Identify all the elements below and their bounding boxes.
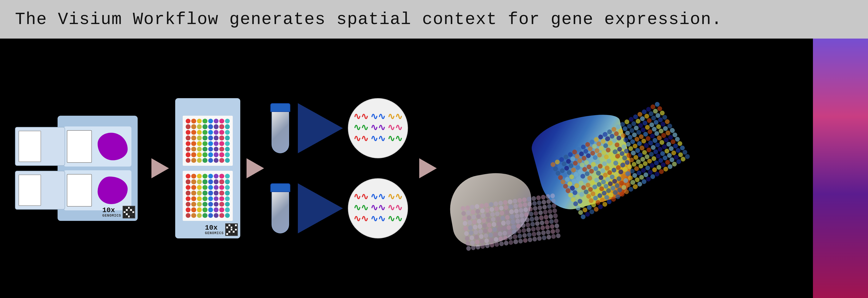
wave-blue2-2: ∿∿ (370, 215, 385, 224)
array-spot (208, 174, 213, 179)
tube-body-2 (272, 192, 289, 233)
array-spot (214, 147, 218, 151)
pink-grid-dot (547, 209, 553, 214)
pink-grid-dot (521, 223, 526, 228)
array-spot (208, 147, 213, 151)
pink-grid-dot (467, 220, 472, 226)
pink-grid-dot (476, 219, 482, 224)
pink-grid-dot (472, 225, 478, 230)
array-spot (225, 179, 230, 184)
array-spot (219, 213, 224, 218)
array-spot (214, 152, 218, 157)
pink-grid-dot (537, 200, 542, 205)
array-spot (191, 158, 196, 163)
pink-grid-dot (500, 210, 505, 216)
pink-grid-dot (549, 219, 554, 224)
array-spot (225, 147, 230, 151)
gene-waves-1: ∿∿ ∿∿ ∿∿ ∿∿ ∿∿ ∿∿ (353, 113, 402, 144)
array-spot (191, 202, 196, 207)
pink-grid-dot (524, 212, 529, 217)
pink-grid-dot (475, 244, 480, 250)
pink-grid-dot (535, 226, 540, 231)
pink-grid-dot (540, 195, 546, 200)
pink-grid-dot (522, 202, 528, 207)
pink-grid-dot (480, 244, 485, 249)
wave-line-1-2: ∿∿ ∿∿ ∿∿ (353, 124, 402, 133)
pink-grid-dot (526, 227, 531, 232)
array-spot (225, 196, 230, 201)
pink-grid-dot (464, 231, 469, 236)
pink-grid-dot (466, 246, 471, 251)
pink-grid-dot (556, 233, 561, 238)
pink-grid-dot (473, 229, 478, 235)
pink-grid-dot (544, 219, 549, 225)
pink-grid-dot (470, 240, 475, 245)
pink-grid-dot (546, 229, 551, 235)
tube-beam-1 (298, 103, 343, 153)
wave-line-2-3: ∿∿ ∿∿ ∿∿ (353, 215, 402, 224)
step-1-slides: 10x GENOMICS (15, 116, 138, 221)
array-spot (225, 185, 230, 190)
pink-grid-dot (496, 221, 502, 227)
array-spot (214, 119, 218, 123)
spotted-array-top (183, 116, 233, 166)
pink-grid-dot (488, 232, 493, 238)
pink-grid-dot (468, 225, 473, 230)
array-spot (191, 196, 196, 201)
pink-grid-dot (508, 235, 513, 240)
pink-grid-dot (555, 228, 560, 233)
pink-grid-dot (498, 231, 503, 236)
array-spot (203, 147, 207, 151)
array-spot (208, 124, 213, 129)
pink-grid-dot (484, 233, 489, 238)
arrow-1 (150, 158, 170, 178)
array-blue-box: 10x GENOMICS (175, 98, 240, 238)
array-spot (203, 202, 207, 207)
array-spot (219, 136, 224, 140)
header-title: The Visium Workflow generates spatial co… (15, 10, 722, 29)
pink-grid-dot (480, 208, 485, 213)
array-spot (186, 185, 190, 190)
pink-grid-dot (548, 214, 553, 219)
array-spot (191, 141, 196, 146)
array-spot (197, 147, 202, 151)
pink-grid-dot (485, 207, 490, 213)
pink-grid-dot (525, 222, 531, 228)
pink-grid-dot (507, 199, 513, 204)
array-spot (214, 207, 218, 212)
pink-grid-dot (495, 211, 500, 216)
pink-grid-dot (493, 232, 498, 237)
array-spot (208, 207, 213, 212)
pink-grid-dot (490, 242, 495, 248)
pink-grid-dot (466, 210, 471, 215)
array-spot (197, 190, 202, 195)
wave-pink-2: ∿∿ (388, 204, 402, 213)
array-spot (225, 174, 230, 179)
tube-2 (270, 183, 290, 233)
wave-red2-1: ∿∿ (353, 135, 368, 144)
array-spot (191, 174, 196, 179)
array-spot (191, 130, 196, 135)
pink-grid-dot (517, 198, 522, 203)
pink-grid-dot (554, 218, 559, 224)
pink-grid-dot (535, 221, 540, 226)
array-spot (214, 202, 218, 207)
array-spot (203, 119, 207, 123)
array-spot (203, 213, 207, 218)
pink-grid-dot (494, 206, 499, 211)
array-spot (203, 196, 207, 201)
array-spot (225, 202, 230, 207)
pink-grid-dot (536, 231, 541, 236)
pink-grid-dot (476, 214, 481, 219)
tube-cap-2 (270, 183, 290, 192)
array-spot (214, 185, 218, 190)
array-spot (208, 141, 213, 146)
array-spot (197, 179, 202, 184)
pink-grid-dot (551, 203, 557, 208)
array-spot (214, 130, 218, 135)
array-spot (186, 147, 190, 151)
pink-grid-dot (494, 237, 499, 242)
pink-grid-dot (480, 213, 486, 218)
pink-grid-dot (461, 211, 466, 216)
array-spot (214, 174, 218, 179)
